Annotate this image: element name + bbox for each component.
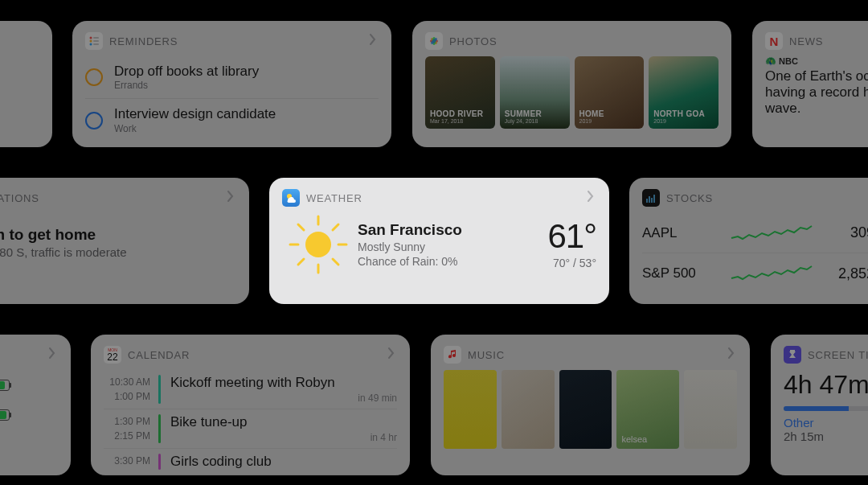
news-headline: One of Earth's oceans is having a record… xyxy=(765,68,868,117)
svg-line-18 xyxy=(298,259,304,265)
event-name: Kickoff meeting with Robyn xyxy=(170,375,335,391)
stocks-app-icon xyxy=(642,189,660,207)
svg-rect-4 xyxy=(93,40,99,42)
calendar-event[interactable]: 10:30 AM1:00 PMKickoff meeting with Roby… xyxy=(104,370,397,409)
event-eta: in 49 min xyxy=(358,393,397,404)
weather-location: San Francisco xyxy=(358,221,547,239)
reminder-title: Interview design candidate xyxy=(114,106,379,122)
stock-price: 309.54 xyxy=(821,224,868,241)
screentime-category: Other xyxy=(784,416,868,430)
screentime-bar xyxy=(784,406,868,411)
news-app-icon: N xyxy=(765,32,783,50)
album-cover[interactable] xyxy=(559,370,612,449)
batteries-widget[interactable]: 75%83% xyxy=(0,335,71,475)
svg-rect-20 xyxy=(646,199,648,203)
gas-widget[interactable]: Gas xyxy=(0,21,52,147)
photo-thumb-sub: 2019 xyxy=(579,118,640,124)
photo-thumb-sub: July 24, 2018 xyxy=(505,118,565,124)
weather-condition: Mostly Sunny xyxy=(358,240,547,253)
photos-widget[interactable]: PHOTOS HOOD RIVERMar 17, 2018SUMMERJuly … xyxy=(412,21,731,147)
svg-point-19 xyxy=(305,232,331,257)
event-color-bar xyxy=(158,375,161,404)
destinations-title: DESTINATIONS xyxy=(0,192,225,204)
photo-thumb[interactable]: HOOD RIVERMar 17, 2018 xyxy=(425,56,495,129)
photo-thumb-sub: Mar 17, 2018 xyxy=(430,118,490,124)
stock-price: 2,852.50 xyxy=(821,265,868,282)
svg-rect-5 xyxy=(93,43,99,45)
event-name: Girls coding club xyxy=(170,454,272,470)
photo-thumb[interactable]: NORTH GOA2019 xyxy=(649,56,719,129)
destinations-widget[interactable]: DESTINATIONS 24 min to get home Take I-2… xyxy=(0,178,249,304)
stocks-widget[interactable]: STOCKS AAPL309.54S&P 5002,852.50 xyxy=(629,178,868,304)
svg-rect-21 xyxy=(649,196,650,203)
stocks-title: STOCKS xyxy=(666,192,868,204)
reminder-item[interactable]: Drop off books at libraryErrands xyxy=(85,56,379,99)
chevron-right-icon xyxy=(225,191,236,205)
svg-line-17 xyxy=(333,224,338,230)
album-cover[interactable] xyxy=(502,370,555,449)
weather-rain: Chance of Rain: 0% xyxy=(358,255,547,268)
screentime-widget[interactable]: SCREEN TIME 4h 47m Other 2h 15m xyxy=(771,335,868,475)
svg-rect-22 xyxy=(651,198,653,203)
reminder-ring-icon[interactable] xyxy=(85,112,103,129)
chevron-right-icon xyxy=(47,347,58,362)
weather-title: WEATHER xyxy=(306,192,585,204)
chevron-right-icon xyxy=(367,34,379,48)
album-cover[interactable]: kelsea xyxy=(616,370,679,449)
weather-widget[interactable]: WEATHER San Francisco Mostly Sunny Chanc… xyxy=(269,178,609,304)
music-title: MUSIC xyxy=(468,349,726,361)
weather-temperature: 61° xyxy=(547,220,596,253)
reminder-title: Drop off books at library xyxy=(114,64,379,80)
calendar-app-icon: MON22 xyxy=(104,346,121,364)
chevron-right-icon xyxy=(386,347,397,362)
reminders-widget[interactable]: REMINDERS Drop off books at libraryErran… xyxy=(72,21,391,147)
album-title: kelsea xyxy=(621,434,647,444)
news-source: 🦚 NBC xyxy=(765,56,868,67)
photo-thumb-sub: 2019 xyxy=(653,118,714,124)
battery-icon xyxy=(0,380,10,391)
stock-symbol: S&P 500 xyxy=(642,265,723,282)
photo-thumb[interactable]: SUMMERJuly 24, 2018 xyxy=(500,56,570,129)
event-name: Bike tune-up xyxy=(170,414,247,430)
calendar-event[interactable]: 3:30 PMGirls coding club xyxy=(104,449,397,475)
photo-thumb-title: NORTH GOA xyxy=(653,109,714,118)
chevron-right-icon xyxy=(585,191,596,205)
sparkline-icon xyxy=(723,224,821,243)
screentime-app-icon xyxy=(784,346,801,364)
event-end: 1:00 PM xyxy=(104,389,150,404)
svg-line-16 xyxy=(333,259,338,265)
sparkline-icon xyxy=(723,264,821,283)
photo-thumb-title: HOOD RIVER xyxy=(430,109,490,118)
destinations-eta: 24 min to get home xyxy=(0,226,236,244)
event-end: 2:15 PM xyxy=(104,429,150,443)
reminder-ring-icon[interactable] xyxy=(85,68,103,86)
screentime-value: 2h 15m xyxy=(784,430,868,443)
event-color-bar xyxy=(158,454,161,470)
event-start: 3:30 PM xyxy=(104,454,150,468)
battery-icon xyxy=(0,409,10,421)
event-color-bar xyxy=(158,414,161,443)
reminder-item[interactable]: Interview design candidateWork xyxy=(85,99,379,141)
svg-line-15 xyxy=(298,224,304,230)
calendar-event[interactable]: 1:30 PM2:15 PMBike tune-upin 4 hr xyxy=(104,409,397,449)
sun-icon xyxy=(287,213,350,276)
weather-hilo: 70° / 53° xyxy=(547,257,596,269)
stock-row[interactable]: S&P 5002,852.50 xyxy=(642,253,868,294)
news-widget[interactable]: N NEWS 🦚 NBC One of Earth's oceans is ha… xyxy=(752,21,868,147)
calendar-widget[interactable]: MON22 CALENDAR 10:30 AM1:00 PMKickoff me… xyxy=(91,335,410,475)
music-widget[interactable]: MUSIC kelsea xyxy=(431,335,750,475)
album-cover[interactable] xyxy=(444,370,497,449)
reminders-app-icon xyxy=(85,32,103,50)
svg-point-2 xyxy=(90,43,92,46)
destinations-route: Take I-280 S, traffic is moderate xyxy=(0,245,236,259)
event-eta: in 4 hr xyxy=(371,432,397,443)
music-app-icon xyxy=(444,346,461,364)
album-cover[interactable] xyxy=(684,370,737,449)
gas-label: Gas xyxy=(0,88,41,101)
svg-rect-3 xyxy=(93,37,99,39)
svg-rect-23 xyxy=(653,195,655,203)
photos-title: PHOTOS xyxy=(449,35,719,47)
photo-thumb[interactable]: HOME2019 xyxy=(575,56,645,129)
reminder-list: Work xyxy=(114,123,379,134)
stock-row[interactable]: AAPL309.54 xyxy=(642,213,868,253)
